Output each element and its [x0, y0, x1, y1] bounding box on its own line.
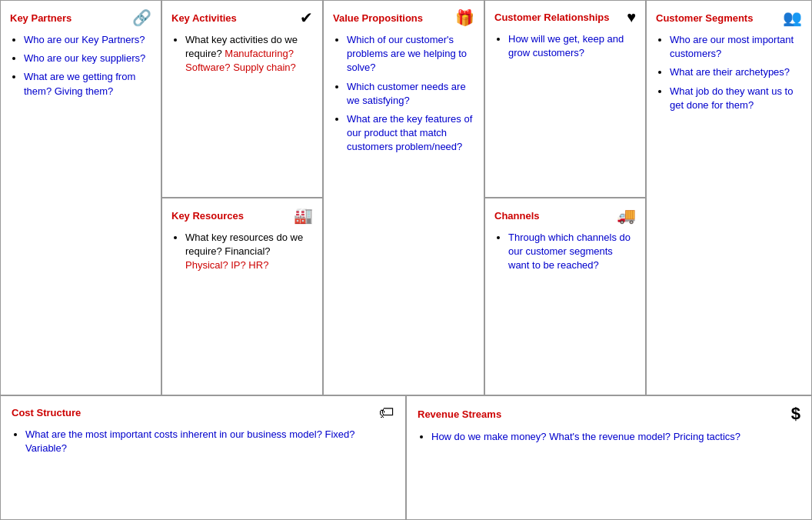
list-item: Which of our customer's problems are we … — [347, 33, 474, 75]
revenue-streams-header: Revenue Streams $ — [418, 404, 800, 424]
customer-segments-header: Customer Segments 👥 — [656, 8, 802, 27]
channels-header: Channels 🚚 — [494, 206, 636, 225]
cost-structure-header: Cost Structure 🏷 — [12, 404, 394, 422]
value-propositions-title: Value Propositions — [333, 12, 423, 24]
customer-segments-list: Who are our most important customers? Wh… — [656, 33, 802, 112]
list-item: What are the most important costs inhere… — [25, 428, 394, 455]
channels-title: Channels — [494, 210, 540, 222]
revenue-streams-list: How do we make money? What's the revenue… — [418, 430, 800, 444]
list-item: What are we getting from them? Giving th… — [24, 70, 151, 98]
customer-segments-icon: 👥 — [783, 8, 802, 27]
business-model-canvas: Key Partners 🔗 Who are our Key Partners?… — [0, 0, 812, 520]
customer-relationships-cell: Customer Relationships ♥ How will we get… — [485, 1, 645, 198]
customer-segments-cell: Customer Segments 👥 Who are our most imp… — [647, 1, 811, 395]
key-activities-title: Key Activities — [171, 12, 237, 24]
customer-segments-title: Customer Segments — [656, 12, 753, 24]
channels-icon: 🚚 — [617, 206, 636, 225]
customer-relationships-header: Customer Relationships ♥ — [494, 8, 636, 26]
list-item: What are their archetypes? — [670, 65, 802, 79]
cr-channels-col: Customer Relationships ♥ How will we get… — [485, 1, 647, 395]
key-partners-cell: Key Partners 🔗 Who are our Key Partners?… — [1, 1, 162, 395]
key-partners-title: Key Partners — [10, 12, 72, 24]
value-propositions-header: Value Propositions 🎁 — [333, 8, 474, 27]
list-item: How do we make money? What's the revenue… — [431, 430, 800, 444]
bottom-section: Cost Structure 🏷 What are the most impor… — [1, 396, 811, 519]
list-item: Who are our most important customers? — [670, 33, 802, 61]
list-item: How will we get, keep and grow customers… — [508, 32, 636, 60]
list-item: What job do they want us to get done for… — [670, 85, 802, 112]
key-partners-list: Who are our Key Partners? Who are our ke… — [10, 33, 151, 98]
cost-structure-list: What are the most important costs inhere… — [12, 428, 394, 455]
list-item: Who are our key suppliers? — [24, 52, 151, 65]
revenue-streams-title: Revenue Streams — [418, 408, 501, 420]
cost-structure-icon: 🏷 — [379, 404, 394, 422]
cost-structure-cell: Cost Structure 🏷 What are the most impor… — [1, 396, 407, 519]
key-partners-header: Key Partners 🔗 — [10, 8, 151, 27]
customer-relationships-list: How will we get, keep and grow customers… — [494, 32, 636, 60]
key-resources-list: What key resources do we require? Financ… — [171, 231, 313, 273]
key-resources-icon: 🏭 — [294, 206, 313, 225]
list-item: Who are our Key Partners? — [24, 33, 151, 47]
value-propositions-cell: Value Propositions 🎁 Which of our custom… — [324, 1, 485, 395]
channels-cell: Channels 🚚 Through which channels do our… — [485, 198, 645, 395]
revenue-streams-cell: Revenue Streams $ How do we make money? … — [407, 396, 811, 519]
list-item: What key activities do we require? Manuf… — [185, 33, 313, 75]
key-partners-icon: 🔗 — [132, 8, 151, 27]
value-propositions-icon: 🎁 — [455, 8, 474, 27]
key-activities-header: Key Activities ✔ — [171, 8, 313, 27]
list-item: What are the key features of our product… — [347, 112, 474, 155]
top-section: Key Partners 🔗 Who are our Key Partners?… — [1, 1, 811, 396]
cost-structure-title: Cost Structure — [12, 407, 81, 418]
list-item: Which customer needs are we satisfying? — [347, 80, 474, 108]
key-resources-title: Key Resources — [171, 210, 244, 222]
key-activities-resources-col: Key Activities ✔ What key activities do … — [162, 1, 324, 395]
key-resources-cell: Key Resources 🏭 What key resources do we… — [162, 198, 322, 395]
customer-relationships-icon: ♥ — [627, 8, 636, 26]
key-activities-list: What key activities do we require? Manuf… — [171, 33, 313, 75]
key-resources-header: Key Resources 🏭 — [171, 206, 313, 225]
list-item: What key resources do we require? Financ… — [185, 231, 313, 273]
key-activities-icon: ✔ — [300, 8, 313, 27]
value-propositions-list: Which of our customer's problems are we … — [333, 33, 474, 155]
revenue-streams-icon: $ — [791, 404, 800, 424]
channels-list: Through which channels do our customer s… — [494, 231, 636, 273]
list-item: Through which channels do our customer s… — [508, 231, 636, 273]
customer-relationships-title: Customer Relationships — [494, 12, 610, 23]
key-activities-cell: Key Activities ✔ What key activities do … — [162, 1, 322, 198]
